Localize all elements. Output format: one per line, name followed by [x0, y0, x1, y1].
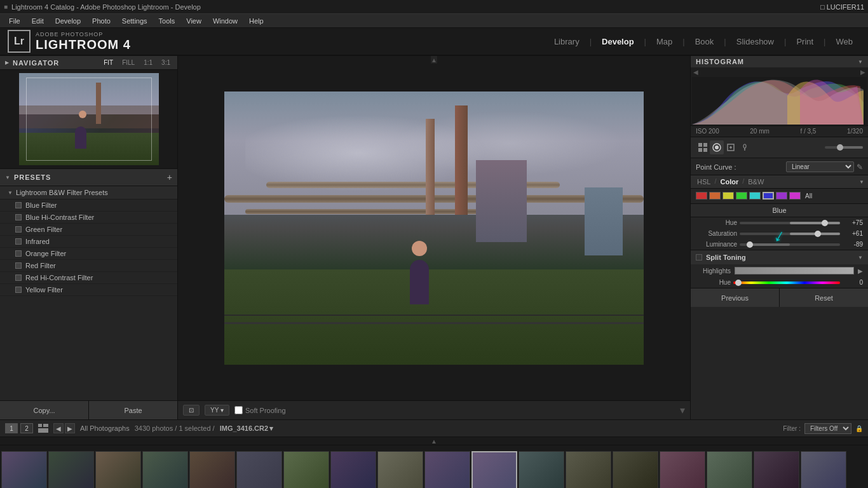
module-book[interactable]: Book [688, 34, 722, 49]
film-thumb[interactable] [519, 451, 564, 489]
preset-group-bw[interactable]: ▼ Lightroom B&W Filter Presets [0, 186, 177, 200]
nav-zoom-fit[interactable]: FIT [102, 58, 115, 67]
forward-arrow[interactable]: ▶ [65, 423, 75, 433]
reset-button[interactable]: Reset [780, 288, 868, 307]
film-thumb[interactable] [283, 451, 329, 489]
hsl-tab-bw[interactable]: B&W [745, 177, 766, 186]
film-thumb[interactable] [236, 451, 282, 489]
hsl-expand-icon[interactable]: ▼ [859, 179, 864, 185]
film-thumb[interactable] [660, 451, 705, 489]
split-toning-enable[interactable] [696, 254, 702, 261]
split-toning-header[interactable]: Split Toning ▼ [691, 250, 868, 264]
film-thumb-selected[interactable] [471, 451, 517, 489]
film-thumb[interactable] [377, 451, 423, 489]
menu-view[interactable]: View [181, 16, 207, 26]
adjustment-brush-icon[interactable] [738, 140, 752, 154]
film-thumb[interactable] [613, 451, 658, 489]
menu-develop[interactable]: Develop [50, 16, 86, 26]
module-slideshow[interactable]: Slideshow [729, 34, 782, 49]
menu-help[interactable]: Help [244, 16, 269, 26]
nav-zoom-3to1[interactable]: 3:1 [159, 58, 172, 67]
menu-window[interactable]: Window [208, 16, 243, 26]
frame-button[interactable]: ⊡ [183, 405, 200, 416]
navigator-collapse-icon[interactable]: ▶ [5, 60, 9, 65]
menu-edit[interactable]: Edit [27, 16, 49, 26]
point-curve-select[interactable]: Linear Medium Contrast Strong Contrast [786, 161, 854, 172]
module-library[interactable]: Library [546, 34, 587, 49]
point-curve-edit-icon[interactable]: ✎ [857, 163, 863, 172]
filter-lock-icon[interactable]: 🔒 [855, 425, 863, 432]
preset-item-infrared[interactable]: Infrared [0, 236, 177, 248]
film-thumb[interactable] [801, 451, 846, 489]
preset-item-green-filter[interactable]: Green Filter [0, 224, 177, 236]
swatch-magenta[interactable] [789, 192, 801, 200]
crop-tool-icon[interactable] [710, 140, 724, 154]
film-thumb[interactable] [424, 451, 470, 489]
preset-item-red-filter[interactable]: Red Filter [0, 260, 177, 272]
swatch-aqua[interactable] [749, 192, 761, 200]
grid-tool-icon[interactable] [696, 140, 710, 154]
menu-settings[interactable]: Settings [117, 16, 153, 26]
preset-item-blue-hi[interactable]: Blue Hi-Contrast Filter [0, 212, 177, 224]
presets-collapse-icon[interactable]: ▼ [5, 175, 10, 180]
back-arrow[interactable]: ◀ [53, 423, 64, 433]
module-web[interactable]: Web [829, 34, 861, 49]
scroll-up-arrow[interactable]: ▲ [431, 56, 437, 64]
grid-view-icon[interactable] [38, 424, 48, 433]
film-thumb[interactable] [566, 451, 611, 489]
swatch-red[interactable] [696, 192, 707, 200]
swatch-all[interactable]: All [803, 192, 815, 200]
film-thumb[interactable] [48, 451, 94, 489]
preset-item-blue-filter[interactable]: Blue Filter [0, 200, 177, 212]
hsl-tab-hsl[interactable]: HSL [695, 177, 713, 186]
hsl-tab-color[interactable]: Color [717, 177, 741, 186]
page-1-button[interactable]: 1 [5, 423, 18, 433]
film-thumb[interactable] [330, 451, 376, 489]
spot-removal-icon[interactable] [724, 140, 738, 154]
hue-slider-track[interactable] [740, 222, 840, 224]
right-clipping-arrow[interactable]: ▶ [860, 69, 865, 76]
film-thumb[interactable] [754, 451, 799, 489]
swatch-blue[interactable] [763, 192, 774, 200]
film-thumb[interactable] [707, 451, 752, 489]
filename-dropdown-icon[interactable]: ▾ [269, 424, 273, 433]
luminance-slider-track[interactable] [740, 243, 840, 246]
yy-button[interactable]: YY ▾ [205, 405, 229, 416]
soft-proofing-checkbox[interactable] [234, 406, 243, 414]
histogram-expand-icon[interactable]: ▼ [858, 59, 863, 65]
film-thumb[interactable] [1, 451, 47, 489]
titlebar-controls[interactable]: □ LUCIFER11 [820, 3, 864, 11]
preset-item-yellow-filter[interactable]: Yellow Filter [0, 284, 177, 296]
film-thumb[interactable] [189, 451, 235, 489]
highlights-hue-slider[interactable] [733, 281, 840, 284]
module-develop[interactable]: Develop [594, 34, 642, 49]
nav-zoom-fill[interactable]: FILL [120, 58, 137, 67]
nav-zoom-1to1[interactable]: 1:1 [142, 58, 154, 67]
filmstrip-top-arrow[interactable]: ▲ [0, 437, 868, 445]
menu-photo[interactable]: Photo [87, 16, 116, 26]
swatch-green[interactable] [736, 192, 747, 200]
module-map[interactable]: Map [649, 34, 680, 49]
highlights-arrow[interactable]: ▶ [858, 268, 863, 274]
highlights-hue-label: Hue [696, 279, 731, 286]
film-thumb[interactable] [95, 451, 141, 489]
menu-tools[interactable]: Tools [154, 16, 180, 26]
presets-add-button[interactable]: + [167, 172, 172, 182]
menu-file[interactable]: File [4, 16, 25, 26]
page-2-button[interactable]: 2 [20, 423, 33, 433]
filter-select[interactable]: Filters Off [804, 423, 851, 434]
preset-item-red-hi[interactable]: Red Hi-Contrast Filter [0, 272, 177, 284]
swatch-orange[interactable] [709, 192, 721, 200]
left-clipping-arrow[interactable]: ◀ [693, 69, 698, 76]
module-print[interactable]: Print [789, 34, 821, 49]
film-thumb[interactable] [142, 451, 188, 489]
toolbar-expand-icon[interactable]: ▾ [680, 405, 685, 416]
swatch-yellow[interactable] [722, 192, 734, 200]
copy-button[interactable]: Copy... [0, 401, 89, 419]
paste-button[interactable]: Paste [89, 401, 177, 419]
swatch-purple[interactable] [776, 192, 787, 200]
saturation-slider-track[interactable] [740, 233, 840, 235]
preset-item-orange-filter[interactable]: Orange Filter [0, 248, 177, 260]
previous-button[interactable]: Previous [691, 288, 780, 307]
split-toning-expand-icon[interactable]: ▼ [858, 255, 863, 261]
